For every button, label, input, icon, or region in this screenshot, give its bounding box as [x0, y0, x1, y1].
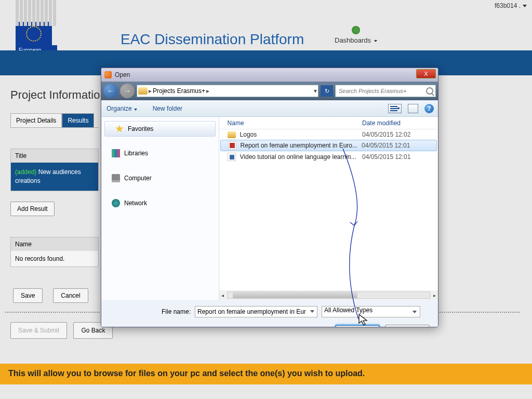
files-area: Name Date modified Logos 04/05/2015 12:0… [219, 117, 438, 300]
tree-libraries[interactable]: Libraries [101, 146, 219, 161]
network-icon [112, 199, 120, 207]
horizontal-scrollbar[interactable]: ◂▸ [219, 290, 438, 300]
save-submit-button[interactable]: Save & Submit [10, 322, 67, 339]
tree-network[interactable]: Network [101, 196, 219, 210]
dialog-titlebar[interactable]: Open X [101, 68, 438, 82]
search-icon [426, 87, 433, 95]
filename-input[interactable] [195, 306, 317, 317]
no-records-text: No records found. [11, 251, 98, 267]
column-date[interactable]: Date modified [362, 119, 430, 127]
cancel-button[interactable]: Cancel [53, 288, 88, 303]
search-input[interactable] [336, 85, 435, 97]
tree-favorites[interactable]: Favorites [104, 121, 216, 137]
dialog-title: Open [115, 71, 130, 78]
new-folder-button[interactable]: New folder [153, 105, 182, 112]
folder-icon [228, 131, 236, 138]
refresh-button[interactable]: ↻ [321, 85, 333, 97]
added-badge: (added) [15, 168, 36, 176]
view-options-icon[interactable] [388, 104, 402, 113]
page-heading: Project Information [10, 88, 107, 102]
globe-icon [352, 26, 360, 34]
save-button[interactable]: Save [13, 288, 43, 303]
column-name[interactable]: Name [228, 119, 362, 127]
close-button[interactable]: X [416, 69, 436, 78]
pdf-icon [228, 141, 236, 150]
star-icon [115, 125, 124, 133]
breadcrumb[interactable]: ▸ Projects Erasmus+ ▸ ▾ [137, 85, 318, 97]
user-dropdown[interactable]: f63b014 . [495, 2, 527, 9]
open-button[interactable]: Open [335, 325, 380, 327]
file-row[interactable]: Video tutorial on online language learni… [219, 151, 438, 163]
help-icon[interactable]: ? [424, 104, 434, 113]
file-row-selected[interactable]: Report on female unemployment in Euro...… [220, 140, 437, 151]
navigation-tree: Favorites Libraries Computer Network [101, 117, 219, 300]
dialog-cancel-button[interactable]: Cancel [385, 325, 430, 327]
computer-icon [112, 174, 120, 182]
dashboards-menu[interactable]: Dashboards [335, 26, 377, 44]
filetype-select[interactable]: All Allowed Types [322, 306, 420, 317]
tree-computer[interactable]: Computer [101, 171, 219, 185]
libraries-icon [112, 149, 120, 157]
name-header: Name [11, 237, 98, 251]
search-input-wrap [335, 85, 436, 97]
forward-button[interactable]: → [120, 84, 135, 98]
open-file-dialog: Open X ← → ▸ Projects Erasmus+ ▸ ▾ ↻ Org… [101, 68, 438, 327]
video-icon [228, 153, 236, 161]
preview-pane-icon[interactable] [408, 104, 418, 113]
result-row-selected[interactable]: (added) New audiences creations [11, 163, 98, 191]
file-row[interactable]: Logos 04/05/2015 12:02 [219, 129, 438, 140]
filename-label: File name: [162, 308, 191, 315]
folder-icon [138, 87, 148, 95]
platform-title: EAC Dissemination Platform [121, 31, 304, 48]
firefox-icon [104, 71, 112, 78]
back-button[interactable]: ← [103, 84, 118, 98]
organize-menu[interactable]: Organize [107, 105, 137, 112]
tab-results[interactable]: Results [62, 113, 94, 127]
hint-bar: This will allow you to browse for files … [0, 364, 532, 384]
title-header: Title [11, 149, 98, 163]
add-result-button[interactable]: Add Result [10, 202, 55, 216]
tab-project-details[interactable]: Project Details [10, 113, 62, 127]
